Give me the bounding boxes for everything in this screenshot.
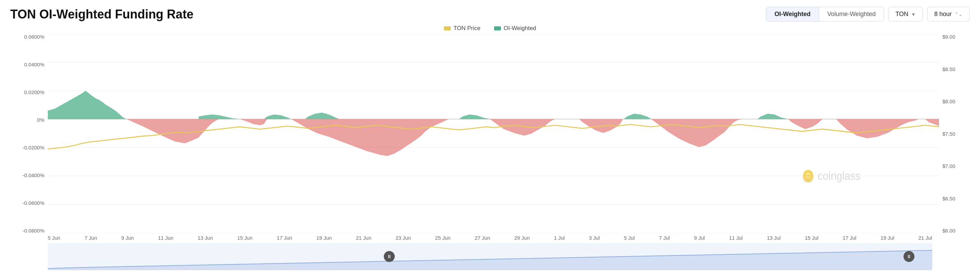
x-label-8: 21 Jun <box>356 235 371 241</box>
page-container: TON OI-Weighted Funding Rate OI-Weighted… <box>0 0 980 277</box>
period-dropdown-arrow: ⌃⌄ <box>955 12 963 17</box>
price-label-0: $9.00 <box>942 34 970 40</box>
price-label-5: $6.50 <box>942 195 970 202</box>
legend-oi-weighted: OI-Weighted <box>494 25 536 32</box>
price-label-4: $7.00 <box>942 163 970 169</box>
period-dropdown[interactable]: 8 hour ⌃⌄ <box>927 7 970 22</box>
y-label-3: 0% <box>10 117 45 123</box>
x-label-16: 7 Jul <box>659 235 670 241</box>
legend-ton-price-color <box>444 26 451 30</box>
x-axis: 5 Jun 7 Jun 9 Jun 11 Jun 13 Jun 15 Jun 1… <box>10 234 970 241</box>
y-label-1: 0.0400% <box>10 62 45 67</box>
tab-volume-weighted[interactable]: Volume-Weighted <box>819 7 884 21</box>
y-label-7: -0.0800% <box>10 228 45 234</box>
y-label-2: 0.0200% <box>10 89 45 95</box>
x-label-0: 5 Jun <box>48 235 60 241</box>
period-label: 8 hour <box>934 11 952 18</box>
main-chart: 0.0600% 0.0400% 0.0200% 0% -0.0200% -0.0… <box>10 34 970 234</box>
y-label-0: 0.0600% <box>10 34 45 40</box>
x-label-19: 13 Jul <box>767 235 781 241</box>
controls-group: OI-Weighted Volume-Weighted TON ▼ 8 hour… <box>766 7 970 22</box>
x-label-1: 7 Jun <box>85 235 97 241</box>
x-label-20: 15 Jul <box>805 235 818 241</box>
x-label-6: 17 Jun <box>277 235 292 241</box>
chart-area: 0.0600% 0.0400% 0.0200% 0% -0.0200% -0.0… <box>10 34 970 270</box>
x-label-7: 19 Jun <box>317 235 332 241</box>
main-chart-svg: 🪙 coinglass <box>48 34 939 234</box>
price-label-3: $7.50 <box>942 131 970 137</box>
legend-ton-price-label: TON Price <box>453 25 480 32</box>
y-axis-left: 0.0600% 0.0400% 0.0200% 0% -0.0200% -0.0… <box>10 34 48 234</box>
x-label-2: 9 Jun <box>121 235 134 241</box>
header: TON OI-Weighted Funding Rate OI-Weighted… <box>10 7 970 22</box>
tab-oi-weighted[interactable]: OI-Weighted <box>766 7 819 21</box>
x-label-21: 17 Jul <box>843 235 856 241</box>
y-label-5: -0.0400% <box>10 172 45 178</box>
legend-oi-weighted-label: OI-Weighted <box>504 25 536 32</box>
mini-chart-svg <box>48 243 932 270</box>
y-axis-right: $9.00 $8.50 $8.00 $7.50 $7.00 $6.50 $6.0… <box>939 34 970 234</box>
y-label-4: -0.0200% <box>10 145 45 151</box>
chart-legend: TON Price OI-Weighted <box>10 25 970 32</box>
x-label-12: 29 Jun <box>514 235 530 241</box>
mini-chart <box>48 243 932 270</box>
legend-ton-price: TON Price <box>444 25 480 32</box>
asset-dropdown[interactable]: TON ▼ <box>888 7 923 22</box>
x-label-3: 11 Jun <box>158 235 173 241</box>
x-label-9: 23 Jun <box>395 235 411 241</box>
price-label-2: $8.00 <box>942 98 970 104</box>
svg-text:🪙 coinglass: 🪙 coinglass <box>802 169 861 183</box>
x-label-17: 9 Jul <box>694 235 705 241</box>
x-label-5: 15 Jun <box>237 235 253 241</box>
x-label-4: 13 Jun <box>198 235 213 241</box>
weighting-tab-group: OI-Weighted Volume-Weighted <box>766 7 884 22</box>
x-label-13: 1 Jul <box>554 235 565 241</box>
x-label-14: 3 Jul <box>589 235 600 241</box>
x-label-10: 25 Jun <box>435 235 450 241</box>
x-label-11: 27 Jun <box>475 235 490 241</box>
mini-handle-right[interactable] <box>904 251 915 262</box>
page-title: TON OI-Weighted Funding Rate <box>10 7 194 22</box>
mini-handle-left[interactable] <box>384 251 395 262</box>
price-label-6: $6.00 <box>942 228 970 234</box>
price-label-1: $8.50 <box>942 66 970 72</box>
x-label-18: 11 Jul <box>729 235 743 241</box>
y-label-6: -0.0600% <box>10 200 45 206</box>
x-label-15: 5 Jul <box>624 235 635 241</box>
legend-oi-weighted-color <box>494 26 501 30</box>
chart-canvas: 🪙 coinglass <box>48 34 939 234</box>
asset-dropdown-arrow: ▼ <box>911 12 916 17</box>
x-label-23: 21 Jul <box>918 235 932 241</box>
asset-label: TON <box>895 11 908 18</box>
x-label-22: 19 Jul <box>881 235 894 241</box>
